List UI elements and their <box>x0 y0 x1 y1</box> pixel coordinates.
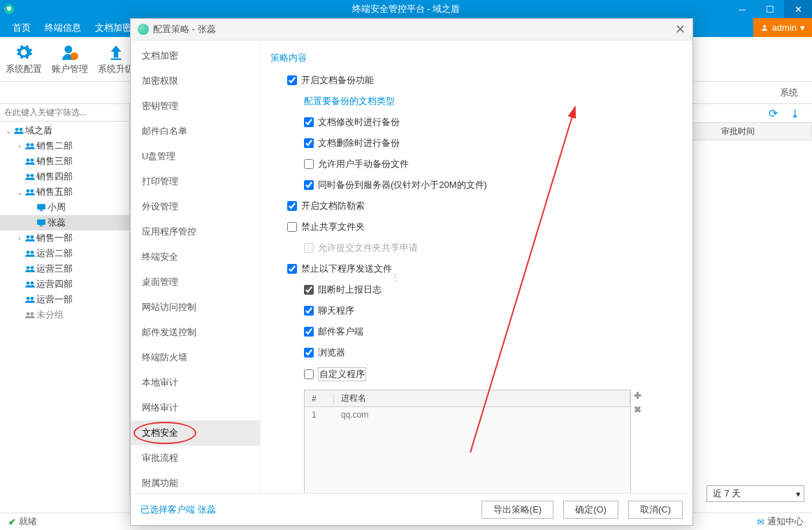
svg-point-22 <box>27 266 30 270</box>
cancel-button[interactable]: 取消(C) <box>628 501 683 519</box>
group-icon <box>14 126 24 135</box>
subbar-label: 系统 <box>780 87 798 99</box>
nav-terminal-security[interactable]: 终端安全 <box>131 244 260 270</box>
opt-backup-delete[interactable]: 文档删除时进行备份 <box>304 137 686 149</box>
tree-group-expanded[interactable]: ⌄销售五部 <box>0 184 129 200</box>
nav-encrypt-perm[interactable]: 加密权限 <box>131 68 260 94</box>
opt-backup-server[interactable]: 同时备份到服务器(仅针对小于20M的文件) <box>304 179 686 191</box>
tool-label: 系统升级 <box>98 63 134 75</box>
tool-sys-config[interactable]: 系统配置 <box>6 43 42 75</box>
nav-web-control[interactable]: 网站访问控制 <box>131 295 260 320</box>
nav-doc-encrypt[interactable]: 文档加密 <box>131 43 260 68</box>
add-row-button[interactable]: ✚ <box>631 388 644 402</box>
nav-firewall[interactable]: 终端防火墙 <box>131 345 260 370</box>
download-icon[interactable]: ⤓ <box>790 107 799 120</box>
tool-sys-upgrade[interactable]: 系统升级 <box>98 43 134 75</box>
tree-group[interactable]: 运营二部 <box>0 246 129 261</box>
opt-backup-modify[interactable]: 文档修改时进行备份 <box>304 116 686 128</box>
window-titlebar: 终端安全管控平台 - 域之盾 ─ ☐ ✕ <box>0 0 812 18</box>
opt-log-block[interactable]: 阻断时上报日志 <box>304 284 686 296</box>
group-icon <box>25 311 35 319</box>
tree-group[interactable]: 运营四部 <box>0 277 129 292</box>
org-tree[interactable]: ⌄域之盾 ›销售二部 销售三部 销售四部 ⌄销售五部 小周 张蕊 ›销售一部 运… <box>0 122 129 498</box>
col-approve-time[interactable]: 审批时间 <box>714 126 812 138</box>
chevron-down-icon: ▾ <box>800 22 805 33</box>
tree-group[interactable]: ›销售一部 <box>0 230 129 246</box>
tree-group[interactable]: 运营三部 <box>0 261 129 277</box>
svg-point-25 <box>31 281 34 285</box>
account-gear-icon <box>61 43 79 61</box>
nav-key-mgmt[interactable]: 密钥管理 <box>131 94 260 119</box>
check-icon: ✔ <box>8 517 16 527</box>
tool-account-mgmt[interactable]: 账户管理 <box>52 43 88 75</box>
tree-filter-input[interactable] <box>0 104 129 122</box>
remove-row-button[interactable]: ✖ <box>631 402 644 416</box>
link-config-types[interactable]: 配置要备份的文档类型 <box>304 95 686 108</box>
ok-button[interactable]: 确定(O) <box>563 501 618 519</box>
close-button[interactable]: ✕ <box>784 0 812 18</box>
svg-point-6 <box>27 143 30 147</box>
tool-label: 账户管理 <box>52 63 88 75</box>
nav-network-audit[interactable]: 网络审计 <box>131 395 260 420</box>
minimize-button[interactable]: ─ <box>728 0 756 18</box>
nav-local-audit[interactable]: 本地审计 <box>131 370 260 395</box>
svg-point-20 <box>27 251 30 254</box>
nav-peripheral-mgmt[interactable]: 外设管理 <box>131 194 260 219</box>
notification-center[interactable]: ✉通知中心 <box>757 515 804 528</box>
opt-browser[interactable]: 浏览器 <box>304 346 686 359</box>
maximize-button[interactable]: ☐ <box>756 0 784 18</box>
opt-custom[interactable]: 自定义程序 <box>304 367 686 381</box>
app-title: 终端安全管控平台 - 域之盾 <box>352 3 461 15</box>
tree-root[interactable]: ⌄域之盾 <box>0 123 129 138</box>
svg-rect-3 <box>110 58 121 59</box>
group-icon <box>25 142 35 150</box>
opt-backup-enable[interactable]: 开启文档备份功能 <box>287 74 686 87</box>
refresh-icon[interactable]: ⟳ <box>769 107 778 120</box>
svg-point-1 <box>64 45 72 53</box>
dialog-close-button[interactable]: ✕ <box>675 22 686 37</box>
tree-client[interactable]: 小周 <box>0 200 129 215</box>
svg-point-29 <box>31 312 34 316</box>
opt-ransom[interactable]: 开启文档防勒索 <box>287 200 686 212</box>
svg-point-9 <box>31 159 34 162</box>
opt-mail-client[interactable]: 邮件客户端 <box>304 325 686 338</box>
opt-allow-manual[interactable]: 允许用户手动备份文件 <box>304 158 686 170</box>
gear-icon <box>15 43 33 61</box>
mail-icon: ✉ <box>757 517 764 527</box>
admin-dropdown[interactable]: admin ▾ <box>753 18 812 37</box>
nav-desktop-mgmt[interactable]: 桌面管理 <box>131 270 260 295</box>
svg-rect-17 <box>40 226 43 227</box>
nav-app-control[interactable]: 应用程序管控 <box>131 219 260 244</box>
nav-print-mgmt[interactable]: 打印管理 <box>131 169 260 194</box>
tree-group[interactable]: ›销售二部 <box>0 138 129 154</box>
opt-deny-send[interactable]: 禁止以下程序发送文件 <box>287 263 686 275</box>
nav-doc-security[interactable]: 文档安全 <box>131 420 260 446</box>
tree-group[interactable]: 销售四部 <box>0 169 129 184</box>
export-policy-button[interactable]: 导出策略(E) <box>481 501 553 519</box>
nav-mail-whitelist[interactable]: 邮件白名单 <box>131 119 260 144</box>
chevron-down-icon: ▾ <box>796 489 801 499</box>
period-combo[interactable]: 近 7 天 ▾ <box>706 485 804 502</box>
group-icon <box>25 234 35 242</box>
col-idx: # <box>305 394 334 404</box>
menu-terminal-info[interactable]: 终端信息 <box>39 19 87 37</box>
menu-home[interactable]: 首页 <box>7 19 36 37</box>
svg-rect-15 <box>40 210 43 212</box>
tree-client-selected[interactable]: 张蕊 <box>0 215 129 230</box>
tree-group-unassigned[interactable]: 未分组 <box>0 307 129 323</box>
status-ready: 就绪 <box>19 515 37 528</box>
tree-group[interactable]: 运营一部 <box>0 292 129 307</box>
nav-approval-flow[interactable]: 审批流程 <box>131 446 260 471</box>
svg-point-10 <box>27 174 30 177</box>
nav-aux-function[interactable]: 附属功能 <box>131 471 260 493</box>
nav-usb-mgmt[interactable]: U盘管理 <box>131 144 260 169</box>
tree-group[interactable]: 销售三部 <box>0 154 129 169</box>
opt-deny-share[interactable]: 禁止共享文件夹 <box>287 221 686 233</box>
table-row[interactable]: 1 qq.com <box>305 407 630 422</box>
opt-chat[interactable]: 聊天程序 <box>304 304 686 317</box>
svg-rect-16 <box>37 219 45 225</box>
nav-mail-send-control[interactable]: 邮件发送控制 <box>131 320 260 345</box>
group-icon <box>25 188 35 196</box>
policy-config-dialog: 配置策略 - 张蕊 ✕ 文档加密 加密权限 密钥管理 邮件白名单 U盘管理 打印… <box>130 18 693 526</box>
globe-icon <box>138 24 149 35</box>
